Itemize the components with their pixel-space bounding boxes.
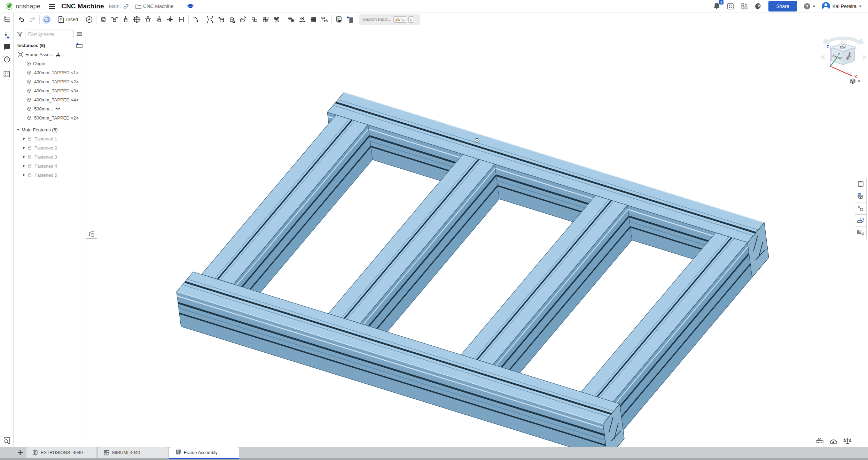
create-version-icon[interactable] (0, 30, 14, 41)
favorite-part-icon[interactable] (216, 14, 227, 25)
bom-table-panel-icon[interactable] (855, 190, 867, 202)
origin-marker[interactable] (475, 138, 479, 143)
fastened-mate-list-icon (27, 172, 32, 178)
mate-row[interactable]: Fastened 3 (14, 152, 86, 161)
tape-measure-icon[interactable] (815, 437, 824, 444)
user-caret-icon (859, 6, 862, 7)
mate-features-header-row[interactable]: Mate Features (5) (14, 125, 86, 134)
logo-text: onshape (16, 3, 40, 10)
instance-row[interactable]: 400mm_TAPPED <2> (14, 77, 86, 86)
ball-mate-icon[interactable] (142, 14, 154, 25)
assembly-root-row[interactable]: Frame Asse... (14, 50, 86, 59)
history-icon[interactable] (0, 53, 14, 65)
mate-list-toggle[interactable] (86, 228, 97, 239)
workspace-name[interactable]: Main (109, 3, 119, 9)
onshape-logo[interactable]: onshape (5, 2, 40, 10)
notifications-bell-icon[interactable]: 3 (713, 2, 720, 11)
instance-row[interactable]: 500mm... (14, 104, 86, 113)
tab-extrusions-4040[interactable]: EXTRUSIONS_4040 (26, 447, 96, 458)
gear-relation-icon[interactable] (286, 14, 297, 25)
hide-mates-icon[interactable] (333, 14, 344, 25)
versions-link-icon[interactable] (123, 3, 129, 9)
user-name: Kai Pereira (832, 3, 857, 9)
group-icon[interactable] (204, 14, 216, 25)
mass-properties-icon[interactable] (843, 437, 852, 444)
redo-icon[interactable] (27, 14, 38, 25)
protractor-icon[interactable] (829, 437, 838, 444)
instance-row[interactable]: 400mm_TAPPED <1> (14, 68, 86, 77)
fastened-mate-list-icon (27, 136, 32, 141)
filter-icon[interactable] (17, 31, 23, 37)
mate-connector-icon[interactable] (190, 14, 201, 25)
instance-row[interactable]: 400mm_TAPPED <4> (14, 95, 86, 104)
undo-icon[interactable] (16, 14, 27, 25)
user-menu[interactable]: Kai Pereira (822, 2, 862, 10)
rack-pinion-relation-icon[interactable] (297, 14, 308, 25)
menu-icon[interactable] (49, 4, 55, 9)
assembly-root-label: Frame Asse... (25, 52, 53, 57)
add-part-icon[interactable] (344, 14, 355, 25)
filter-input[interactable] (25, 30, 74, 38)
named-positions-icon[interactable] (84, 14, 95, 25)
replicate-icon[interactable] (238, 14, 249, 25)
fastened-mate-icon[interactable] (98, 14, 109, 25)
revolute-mate-icon[interactable] (109, 14, 120, 25)
tab-frame-assembly[interactable]: Frame Assembly (169, 447, 239, 458)
learn-ai-icon[interactable] (754, 2, 762, 10)
insert-button[interactable]: Insert (55, 16, 80, 23)
part-icon (26, 88, 32, 93)
tasks-icon[interactable] (727, 2, 734, 10)
graphics-viewport[interactable]: Top Front Right Z X Y (86, 26, 854, 447)
share-button[interactable]: Share (768, 1, 797, 12)
search-tools[interactable]: Search tools... alt/⌥ c (359, 14, 420, 25)
belt-relation-icon[interactable] (319, 14, 330, 25)
slider-mate-icon[interactable] (120, 14, 131, 25)
top-bar: onshape CNC Machine Main CNC Machine 3 (0, 0, 868, 13)
rotate-left-icon[interactable] (820, 54, 824, 60)
pin-slot-mate-icon[interactable] (165, 14, 176, 25)
mate-row[interactable]: Fastened 2 (14, 143, 86, 152)
rotate-right-icon[interactable] (863, 54, 867, 60)
comments-icon[interactable] (0, 41, 14, 53)
mate-row[interactable]: Fastened 4 (14, 161, 86, 170)
exploded-view-icon[interactable] (271, 14, 282, 25)
mate-row[interactable]: Fastened 1 (14, 134, 86, 143)
tree-guide-line (19, 134, 19, 178)
search-document-icon[interactable] (0, 435, 14, 446)
cylindrical-mate-icon[interactable] (154, 14, 165, 25)
rotate-arc-icon[interactable] (828, 38, 859, 42)
assembly-3d-view[interactable] (86, 26, 854, 447)
axis-z-label: Z (827, 45, 829, 49)
structure-tree-icon[interactable] (0, 13, 14, 26)
mate-row[interactable]: Fastened 5 (14, 170, 86, 179)
add-folder-icon[interactable] (76, 43, 83, 48)
select-part-icon[interactable] (227, 14, 238, 25)
apps-grid-icon[interactable] (741, 2, 748, 10)
pattern-grid-icon[interactable] (260, 14, 271, 25)
linear-pattern-icon[interactable] (249, 14, 260, 25)
list-view-icon[interactable] (76, 31, 83, 37)
rotate-tool-icon[interactable] (41, 14, 52, 25)
instance-row[interactable]: 400mm_TAPPED <3> (14, 86, 86, 95)
instance-row[interactable]: 500mm_TAPPED <2> (14, 113, 86, 122)
breadcrumb[interactable]: CNC Machine (135, 3, 173, 9)
view-cube-small-icon (850, 78, 856, 84)
add-tab-button[interactable] (14, 447, 26, 458)
appearance-panel-icon[interactable] (855, 202, 867, 215)
mate-label: Fastened 2 (34, 145, 57, 151)
learning-center-icon[interactable] (187, 3, 194, 10)
part-studio-tab-icon (32, 450, 38, 456)
help-menu[interactable]: ? (803, 2, 815, 10)
notes-icon[interactable] (0, 68, 14, 80)
origin-row[interactable]: Origin (14, 59, 86, 68)
bom-panel-icon[interactable] (855, 178, 867, 190)
mate-features-list: Fastened 1 Fastened 2 Fastened 3 Fastene… (14, 134, 86, 179)
view-options-dropdown[interactable] (850, 78, 860, 84)
variables-panel-icon[interactable]: x) (855, 227, 867, 239)
view-cube[interactable]: Top Front Right Z X Y (818, 33, 868, 85)
planar-mate-icon[interactable] (131, 14, 142, 25)
screw-relation-icon[interactable] (308, 14, 319, 25)
configurations-panel-icon[interactable] (855, 214, 867, 227)
tab-misumi-4040[interactable]: MISUMI-4040 (98, 447, 168, 458)
parallel-mate-icon[interactable] (176, 14, 187, 25)
